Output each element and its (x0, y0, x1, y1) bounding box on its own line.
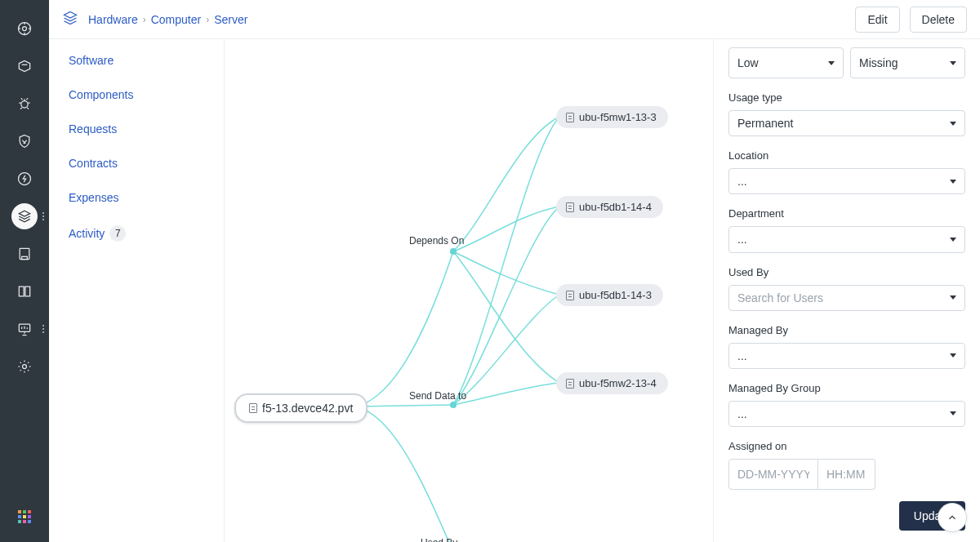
tab-activity[interactable]: Activity 7 (49, 217, 224, 250)
breadcrumb: Hardware › Computer › Server (88, 13, 247, 26)
graph-node[interactable]: ubu-f5mw1-13-3 (556, 106, 668, 128)
activity-count-badge: 7 (109, 225, 126, 242)
breadcrumb-computer[interactable]: Computer (151, 13, 201, 26)
svg-rect-5 (22, 256, 28, 259)
nav-shield[interactable] (0, 122, 49, 160)
asset-properties-panel: Low Missing Usage type Permanent Locatio… (713, 39, 980, 542)
used-by-label: Used By (728, 266, 965, 278)
managed-by-label: Managed By (728, 324, 965, 336)
relationship-graph[interactable]: Depends On Send Data to Used By f5-13.de… (225, 39, 713, 542)
tab-expenses[interactable]: Expenses (49, 183, 224, 212)
assigned-on-label: Assigned on (728, 440, 965, 452)
nav-reports[interactable] (0, 235, 49, 273)
nav-knowledge[interactable] (0, 273, 49, 310)
chevron-right-icon: › (206, 14, 209, 25)
breadcrumb-server[interactable]: Server (214, 13, 247, 26)
state-select[interactable]: Missing (850, 47, 965, 78)
tab-contracts[interactable]: Contracts (49, 149, 224, 178)
page-header: Hardware › Computer › Server Edit Delete (49, 0, 980, 39)
location-select[interactable]: ... (728, 168, 965, 194)
chevron-down-icon (950, 122, 956, 126)
nav-bug[interactable] (0, 85, 49, 122)
document-icon (566, 291, 574, 300)
managed-by-group-label: Managed By Group (728, 382, 965, 394)
svg-point-1 (23, 27, 27, 31)
chevron-right-icon: › (143, 14, 146, 25)
document-icon (249, 403, 257, 413)
detail-tabs: Software Components Requests Contracts E… (49, 39, 225, 542)
nav-assets-active[interactable] (0, 198, 49, 235)
tab-software[interactable]: Software (49, 46, 224, 75)
edge-label-used-by: Used By (421, 537, 457, 542)
usage-type-select[interactable]: Permanent (728, 110, 965, 136)
usage-type-label: Usage type (728, 91, 965, 104)
graph-node[interactable]: ubu-f5db1-14-4 (556, 196, 663, 218)
graph-node[interactable]: ubu-f5mw2-13-4 (556, 372, 668, 394)
svg-rect-4 (20, 248, 29, 259)
managed-by-group-select[interactable]: ... (728, 401, 965, 427)
managed-by-select[interactable]: ... (728, 343, 965, 369)
graph-root-node[interactable]: f5-13.devce42.pvt (234, 393, 368, 423)
chevron-down-icon (950, 295, 956, 300)
nav-presentation[interactable] (0, 310, 49, 348)
impact-select[interactable]: Low (728, 47, 844, 78)
document-icon (566, 379, 574, 389)
assigned-time-input[interactable] (818, 459, 875, 490)
location-label: Location (728, 149, 965, 162)
nav-dashboard[interactable] (0, 10, 49, 47)
delete-button[interactable]: Delete (910, 7, 967, 33)
nav-apps[interactable] (0, 504, 49, 542)
chevron-down-icon (828, 61, 835, 65)
scroll-to-top-button[interactable] (938, 503, 967, 532)
edit-button[interactable]: Edit (855, 7, 899, 33)
breadcrumb-hardware[interactable]: Hardware (88, 13, 138, 26)
chevron-down-icon (950, 180, 956, 184)
document-icon (566, 113, 574, 122)
chevron-down-icon (950, 411, 956, 415)
chevron-down-icon (950, 238, 956, 242)
graph-junction-send-data-to (450, 402, 457, 408)
assigned-date-input[interactable] (728, 459, 818, 490)
nav-bolt[interactable] (0, 160, 49, 198)
chevron-down-icon (950, 61, 956, 65)
department-label: Department (728, 207, 965, 220)
left-nav-rail (0, 0, 49, 542)
tab-components[interactable]: Components (49, 80, 224, 109)
tab-requests[interactable]: Requests (49, 114, 224, 144)
assets-icon (62, 10, 78, 29)
document-icon (566, 202, 574, 212)
used-by-select[interactable]: Search for Users (728, 285, 965, 311)
edge-label-send-data-to: Send Data to (409, 390, 466, 402)
department-select[interactable]: ... (728, 226, 965, 252)
graph-junction-depends-on (450, 248, 457, 255)
nav-settings[interactable] (0, 348, 49, 385)
nav-tickets[interactable] (0, 47, 49, 85)
svg-point-2 (21, 101, 28, 108)
graph-node[interactable]: ubu-f5db1-14-3 (556, 284, 663, 306)
edge-label-depends-on: Depends On (409, 235, 464, 247)
chevron-down-icon (950, 353, 956, 358)
svg-point-7 (23, 365, 27, 369)
